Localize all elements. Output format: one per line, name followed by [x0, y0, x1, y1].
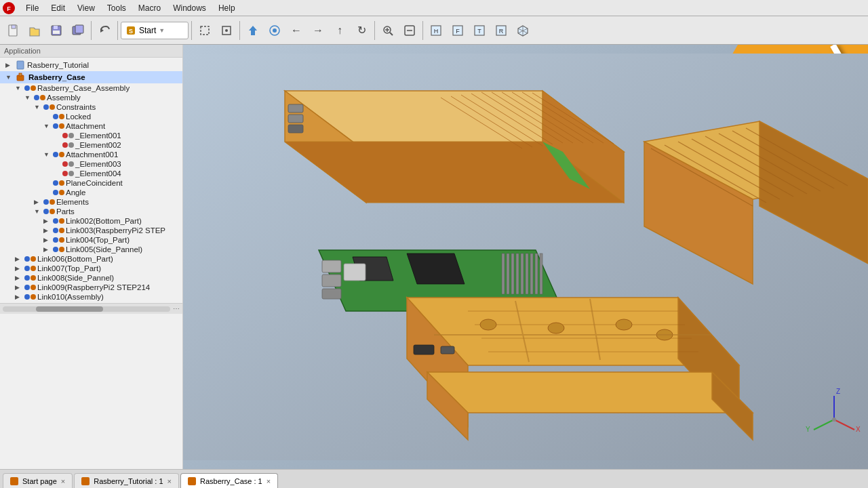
- tree-item-link009[interactable]: ▶ Link009(RaspberryPi2 STEP214: [0, 283, 182, 292]
- tab-icon-case: [188, 477, 196, 485]
- svg-point-91: [548, 323, 564, 333]
- workbench-dropdown[interactable]: S Start ▼: [121, 22, 189, 39]
- svg-rect-36: [19, 73, 22, 76]
- svg-text:F: F: [7, 5, 11, 12]
- svg-rect-53: [288, 104, 303, 113]
- svg-text:X: X: [856, 426, 861, 433]
- scroll-track[interactable]: [3, 306, 170, 312]
- svg-line-18: [390, 33, 393, 35]
- 3d-viewport[interactable]: TUTORIAL: [183, 45, 868, 469]
- menu-help[interactable]: Help: [213, 2, 241, 14]
- tree-item-link007[interactable]: ▶ Link007(Top_Part): [0, 264, 182, 273]
- tree-item-elements[interactable]: ▶ Elements: [0, 197, 182, 207]
- view-top[interactable]: T: [469, 20, 490, 41]
- menu-macro[interactable]: Macro: [133, 2, 166, 14]
- tree-item-element002[interactable]: ▶ _Element002: [0, 140, 182, 150]
- nav-back[interactable]: ←: [286, 20, 307, 41]
- svg-rect-70: [502, 253, 505, 294]
- svg-rect-82: [344, 264, 366, 281]
- tree-item-link006[interactable]: ▶ Link006(Bottom_Part): [0, 254, 182, 264]
- view-axo[interactable]: [513, 20, 533, 41]
- sidebar-header: Application: [0, 45, 182, 58]
- tree-item-attachment001[interactable]: ▼ Attachment001: [0, 150, 182, 159]
- undo-button[interactable]: [94, 20, 115, 41]
- nav-sync[interactable]: ↻: [351, 20, 372, 41]
- tab-close-tutorial[interactable]: ×: [167, 477, 172, 485]
- svg-point-90: [480, 319, 496, 330]
- pan-button[interactable]: [216, 20, 237, 41]
- svg-rect-72: [511, 253, 514, 294]
- tree-item-element004[interactable]: ▶ _Element004: [0, 169, 182, 178]
- menu-view[interactable]: View: [72, 2, 100, 14]
- home-view-button[interactable]: [243, 20, 263, 41]
- svg-text:F: F: [456, 28, 460, 35]
- menu-tools[interactable]: Tools: [102, 2, 132, 14]
- tree-item-angle[interactable]: ▶ Angle: [0, 188, 182, 197]
- tab-start-page[interactable]: Start page ×: [3, 473, 73, 488]
- tree-view: ▶ Rasberry_Tutorial ▼ Rasberry_Case ▼ Ra…: [0, 58, 182, 303]
- sep1: [91, 21, 92, 40]
- svg-rect-34: [17, 61, 24, 69]
- svg-rect-98: [441, 346, 454, 354]
- tab-rasberry-tutorial[interactable]: Rasberry_Tutorial : 1 ×: [74, 473, 179, 488]
- open-button[interactable]: [24, 20, 45, 41]
- tab-close-start[interactable]: ×: [61, 477, 65, 485]
- tree-item-rasberry-case[interactable]: ▼ Rasberry_Case: [0, 71, 182, 83]
- save-button[interactable]: [46, 20, 66, 41]
- tree-item-element003[interactable]: ▶ _Element003: [0, 159, 182, 169]
- tree-item-link002[interactable]: ▶ Link002(Bottom_Part): [0, 216, 182, 226]
- svg-rect-54: [288, 115, 303, 123]
- svg-rect-78: [540, 253, 542, 294]
- svg-point-14: [225, 29, 228, 32]
- tree-item-constraints[interactable]: ▼ Constraints: [0, 102, 182, 112]
- menu-windows[interactable]: Windows: [167, 2, 212, 14]
- sep5: [374, 21, 375, 40]
- svg-marker-99: [427, 372, 753, 413]
- tree-item-rasberry-tutorial[interactable]: ▶ Rasberry_Tutorial: [0, 59, 182, 71]
- sidebar-scrollbar[interactable]: ⋯: [0, 303, 182, 314]
- tree-item-rasberry-case-assembly[interactable]: ▼ Rasberry_Case_Assembly: [0, 83, 182, 93]
- svg-rect-8: [75, 25, 83, 33]
- tree-item-parts[interactable]: ▼ Parts: [0, 207, 182, 216]
- tree-item-link008[interactable]: ▶ Link008(Side_Pannel): [0, 273, 182, 283]
- tree-item-element001[interactable]: ▶ _Element001: [0, 131, 182, 140]
- tree-item-link010[interactable]: ▶ Link010(Assembly): [0, 292, 182, 302]
- tab-close-case[interactable]: ×: [267, 477, 271, 485]
- doc-icon: [15, 60, 26, 70]
- svg-point-92: [616, 319, 632, 330]
- tree-item-link004[interactable]: ▶ Link004(Top_Part): [0, 235, 182, 245]
- menu-edit[interactable]: Edit: [45, 2, 71, 14]
- tab-rasberry-case[interactable]: Rasberry_Case : 1 ×: [180, 473, 278, 488]
- sep6: [422, 21, 423, 40]
- tree-item-locked[interactable]: ▶ Locked: [0, 112, 182, 121]
- save-copy-button[interactable]: [68, 20, 88, 41]
- tree-item-planecoincident[interactable]: ▶ PlaneCoincident: [0, 178, 182, 188]
- svg-rect-97: [414, 345, 434, 354]
- view-right[interactable]: R: [491, 20, 511, 41]
- tree-item-link003[interactable]: ▶ Link003(RaspberryPi2 STEP: [0, 226, 182, 235]
- new-button[interactable]: [3, 20, 23, 41]
- tree-item-attachment[interactable]: ▼ Attachment: [0, 121, 182, 131]
- tabbar: Start page × Rasberry_Tutorial : 1 × Ras…: [0, 469, 868, 488]
- menu-file[interactable]: File: [20, 2, 44, 14]
- tree-item-link005[interactable]: ▶ Link005(Side_Pannel): [0, 245, 182, 254]
- view-front[interactable]: F: [448, 20, 468, 41]
- svg-rect-12: [201, 26, 209, 35]
- zoom-fit-button[interactable]: [378, 20, 398, 41]
- tab-label-case: Rasberry_Case : 1: [200, 477, 262, 485]
- fit-all-button[interactable]: [264, 20, 285, 41]
- tree-item-assembly[interactable]: ▼ Assembly: [0, 93, 182, 102]
- app-logo[interactable]: F: [3, 2, 15, 14]
- svg-rect-76: [530, 253, 533, 294]
- nav-forward[interactable]: →: [308, 20, 328, 41]
- svg-rect-81: [322, 289, 341, 299]
- svg-text:T: T: [477, 28, 481, 35]
- svg-rect-74: [521, 253, 524, 294]
- svg-rect-71: [507, 253, 509, 294]
- view-home[interactable]: H: [426, 20, 446, 41]
- box-select-button[interactable]: [195, 20, 215, 41]
- svg-rect-73: [516, 253, 519, 294]
- nav-up[interactable]: ↑: [330, 20, 350, 41]
- zoom-out-button[interactable]: [399, 20, 420, 41]
- scroll-thumb[interactable]: [36, 306, 103, 312]
